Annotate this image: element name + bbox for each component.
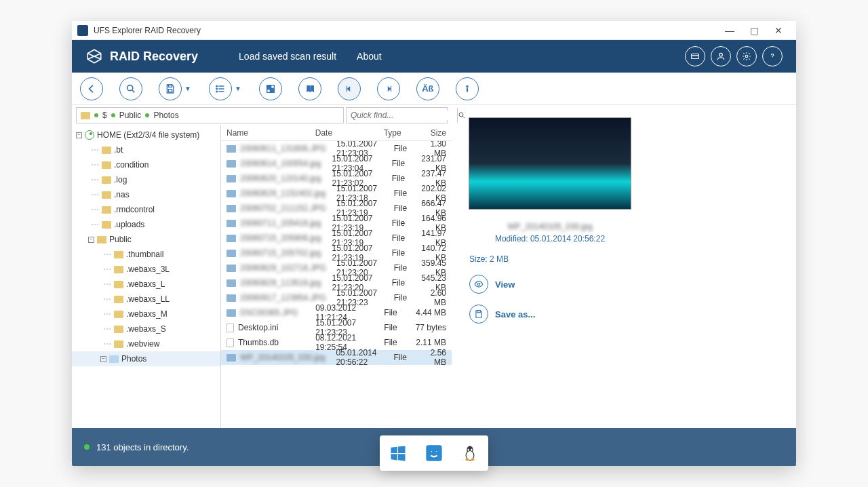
- svg-rect-18: [271, 85, 274, 88]
- next-button[interactable]: [377, 77, 400, 100]
- saveas-action[interactable]: Save as...: [469, 305, 535, 324]
- tree-item[interactable]: ⋯.uploads: [72, 217, 220, 232]
- file-date: 05.01.2014 20:56:22: [330, 348, 388, 367]
- file-icon: [226, 265, 236, 272]
- col-size[interactable]: Size: [407, 128, 452, 138]
- svg-rect-22: [391, 85, 391, 91]
- dot-icon: [111, 113, 115, 117]
- folder-icon: [97, 236, 106, 244]
- file-icon: [226, 279, 236, 287]
- svg-point-35: [471, 449, 472, 452]
- file-type: File: [389, 263, 413, 273]
- file-name: 20060702_211152.JPG: [240, 203, 326, 213]
- file-type: File: [378, 323, 406, 332]
- raid-icon: [85, 47, 103, 65]
- list-view-button[interactable]: [209, 77, 232, 100]
- close-button[interactable]: ✕: [766, 22, 791, 39]
- tree-item[interactable]: ⋯.webaxs_S: [72, 322, 220, 336]
- breadcrumb-p2: Photos: [153, 111, 178, 120]
- tree-item[interactable]: ⋯.webaxs_3L: [72, 262, 220, 277]
- file-name: 20060715_205702.jpg: [240, 248, 321, 258]
- tree-root[interactable]: −HOME (Ext2/3/4 file system): [72, 128, 220, 142]
- card-icon[interactable]: [685, 46, 705, 66]
- eye-icon: [469, 275, 488, 294]
- folder-icon: [114, 251, 123, 258]
- view-dropdown[interactable]: ▼: [235, 85, 241, 92]
- menu-about[interactable]: About: [357, 51, 382, 62]
- folder-icon: [102, 147, 111, 154]
- font-button[interactable]: Äß: [416, 77, 439, 100]
- tree-label: Public: [109, 235, 132, 244]
- tree-item-public[interactable]: −Public: [72, 232, 220, 247]
- col-name[interactable]: Name: [221, 128, 310, 138]
- svg-rect-3: [692, 54, 699, 59]
- file-icon: [226, 235, 236, 242]
- tree-item[interactable]: ⋯.webaxs_M: [72, 307, 220, 322]
- tree-label: .nas: [114, 190, 130, 199]
- save-button[interactable]: [159, 77, 182, 100]
- tree-item[interactable]: ⋯.rmdcontrol: [72, 202, 220, 217]
- file-icon: [226, 220, 236, 227]
- help-icon[interactable]: [762, 46, 783, 66]
- tree-item[interactable]: ⋯.thumbnail: [72, 247, 220, 262]
- file-type: File: [387, 233, 412, 243]
- file-name: 20060620_120140.jpg: [240, 174, 321, 183]
- menu-load-scan[interactable]: Load saved scan result: [239, 51, 336, 62]
- select-all-button[interactable]: [259, 77, 282, 100]
- tree-item[interactable]: ⋯.webview: [72, 336, 220, 351]
- file-icon: [226, 324, 234, 332]
- tree-item[interactable]: ⋯.webaxs_LL: [72, 292, 220, 307]
- tree-item-photos[interactable]: −Photos: [72, 351, 220, 366]
- save-dropdown[interactable]: ▼: [184, 85, 191, 92]
- tree-label: .thumbnail: [126, 250, 163, 259]
- file-row[interactable]: WP_20140105_030.jpg05.01.2014 20:56:22Fi…: [221, 350, 452, 365]
- status-text: 131 objects in directory.: [96, 442, 189, 452]
- dot-icon: [145, 113, 149, 117]
- folder-tree[interactable]: −HOME (Ext2/3/4 file system) ⋯.bt ⋯.cond…: [72, 125, 221, 428]
- preview-pane: WP_20140105_030.jpg Modified: 05.01.2014…: [452, 105, 648, 428]
- svg-rect-21: [347, 85, 347, 91]
- user-icon[interactable]: [711, 46, 731, 66]
- minimize-button[interactable]: —: [717, 22, 742, 39]
- content: $ Public Photos −HOME (Ext2/3/4 file sys…: [72, 105, 796, 428]
- banner-menu: Load saved scan result About: [239, 51, 382, 62]
- file-list[interactable]: 20060611_131806.JPG15.01.2007 21:23:03Fi…: [221, 141, 452, 428]
- mac-finder-icon: [425, 444, 443, 463]
- file-name: Desktop.ini: [238, 323, 278, 332]
- window-title: UFS Explorer RAID Recovery: [94, 26, 717, 35]
- preview-size: Size: 2 MB: [469, 254, 509, 264]
- prev-button[interactable]: [338, 77, 361, 100]
- file-type: File: [387, 248, 412, 258]
- file-name: 20060829_102716.JPG: [240, 263, 326, 273]
- maximize-button[interactable]: ▢: [742, 22, 766, 39]
- file-icon: [226, 354, 236, 362]
- quick-find-input[interactable]: [347, 111, 457, 120]
- tree-label: Photos: [121, 354, 146, 364]
- col-date[interactable]: Date: [310, 128, 378, 138]
- svg-rect-9: [168, 85, 172, 87]
- tree-item[interactable]: ⋯.bt: [72, 142, 220, 157]
- search-button[interactable]: [119, 77, 142, 100]
- quick-find: [346, 107, 448, 123]
- folder-icon: [102, 221, 111, 229]
- gear-icon[interactable]: [736, 46, 757, 66]
- svg-rect-20: [271, 89, 274, 92]
- preview-modified: Modified: 05.01.2014 20:56:22: [495, 234, 605, 244]
- tree-item[interactable]: ⋯.log: [72, 172, 220, 187]
- view-action[interactable]: View: [469, 275, 515, 294]
- person-button[interactable]: [456, 77, 479, 100]
- col-type[interactable]: Type: [378, 128, 407, 138]
- back-button[interactable]: [80, 77, 103, 100]
- tree-label: .webaxs_M: [126, 309, 167, 319]
- file-type: File: [389, 189, 413, 198]
- breadcrumb[interactable]: $ Public Photos: [76, 107, 344, 123]
- svg-rect-24: [467, 87, 468, 92]
- tree-item[interactable]: ⋯.nas: [72, 187, 220, 202]
- tree-item[interactable]: ⋯.condition: [72, 157, 220, 172]
- svg-point-5: [719, 53, 723, 56]
- folder-icon: [102, 161, 111, 169]
- file-size: 2.56 MB: [413, 348, 452, 367]
- file-name: WP_20140105_030.jpg: [240, 353, 325, 362]
- find-button[interactable]: [298, 77, 321, 100]
- tree-item[interactable]: ⋯.webaxs_L: [72, 277, 220, 292]
